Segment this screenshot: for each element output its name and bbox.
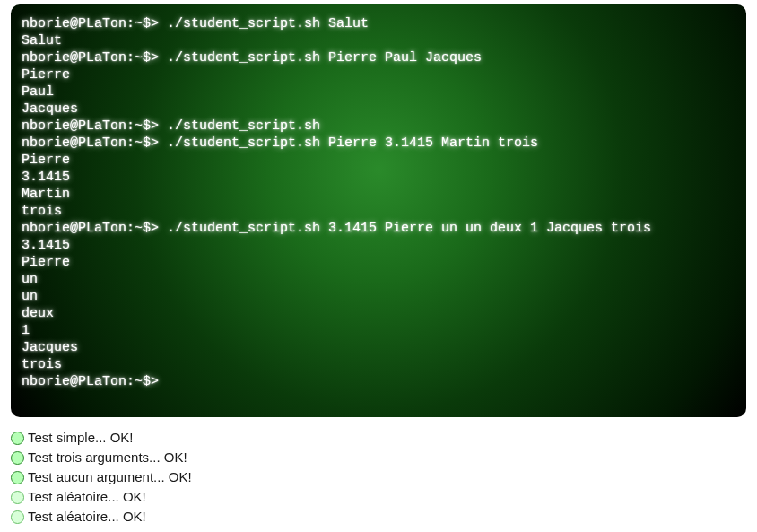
terminal-line: un bbox=[22, 271, 735, 288]
terminal-line: nborie@PLaTon:~$> ./student_script.sh Pi… bbox=[22, 135, 735, 152]
test-result-line: Test aucun argument... OK! bbox=[11, 467, 746, 487]
status-ok-icon bbox=[11, 432, 24, 445]
terminal-line: Pierre bbox=[22, 254, 735, 271]
terminal-line: nborie@PLaTon:~$> bbox=[22, 373, 735, 390]
terminal-line: 3.1415 bbox=[22, 169, 735, 186]
terminal-line: nborie@PLaTon:~$> ./student_script.sh Sa… bbox=[22, 15, 735, 32]
test-results: Test simple... OK! Test trois arguments.… bbox=[11, 428, 746, 527]
test-result-label: Test simple... OK! bbox=[28, 428, 134, 448]
terminal-line: nborie@PLaTon:~$> ./student_script.sh 3.… bbox=[22, 220, 735, 237]
test-result-label: Test trois arguments... OK! bbox=[28, 448, 187, 467]
status-ok-icon bbox=[11, 451, 24, 465]
terminal-line: 3.1415 bbox=[22, 237, 735, 254]
test-result-line: Test simple... OK! bbox=[11, 428, 746, 448]
terminal-line: Paul bbox=[22, 83, 735, 100]
terminal-line: Jacques bbox=[22, 339, 735, 356]
terminal-line: Jacques bbox=[22, 100, 735, 118]
terminal-line: deux bbox=[22, 305, 735, 322]
test-result-line: Test trois arguments... OK! bbox=[11, 448, 746, 467]
terminal-line: Pierre bbox=[22, 66, 735, 83]
terminal-line: nborie@PLaTon:~$> ./student_script.sh bbox=[22, 118, 735, 135]
terminal-line: Martin bbox=[22, 186, 735, 203]
status-ok-icon bbox=[11, 491, 24, 504]
terminal-line: 1 bbox=[22, 322, 735, 339]
terminal-output: nborie@PLaTon:~$> ./student_script.sh Sa… bbox=[11, 4, 746, 417]
test-result-label: Test aléatoire... OK! bbox=[28, 507, 146, 527]
terminal-line: Pierre bbox=[22, 152, 735, 169]
terminal-line: trois bbox=[22, 356, 735, 373]
terminal-line: nborie@PLaTon:~$> ./student_script.sh Pi… bbox=[22, 49, 735, 66]
test-result-line: Test aléatoire... OK! bbox=[11, 487, 746, 507]
terminal-line: Salut bbox=[22, 32, 735, 49]
status-ok-icon bbox=[11, 510, 24, 524]
test-result-label: Test aucun argument... OK! bbox=[28, 467, 192, 487]
terminal-line: trois bbox=[22, 203, 735, 220]
test-result-label: Test aléatoire... OK! bbox=[28, 487, 146, 507]
terminal-line: un bbox=[22, 288, 735, 305]
test-result-line: Test aléatoire... OK! bbox=[11, 507, 746, 527]
status-ok-icon bbox=[11, 471, 24, 484]
